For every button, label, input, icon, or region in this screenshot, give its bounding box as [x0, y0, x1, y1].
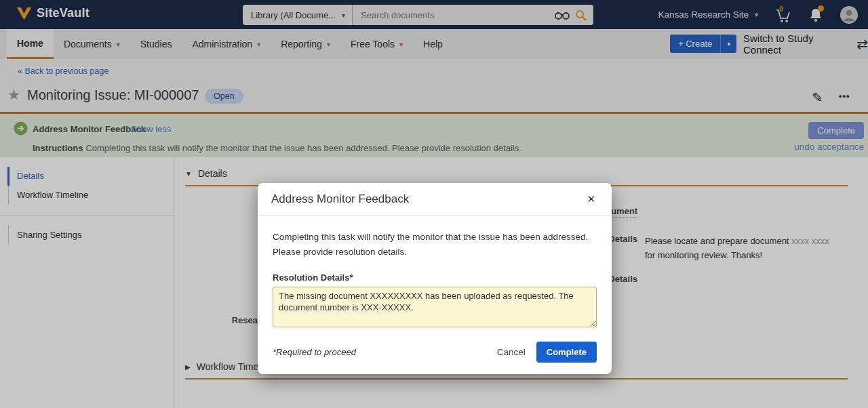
address-monitor-feedback-dialog: Address Monitor Feedback ✕ Completing th… — [258, 183, 612, 374]
modal-description: Completing this task will notify the mon… — [273, 230, 597, 260]
modal-title: Address Monitor Feedback — [271, 192, 409, 206]
required-note: *Required to proceed — [273, 347, 356, 357]
modal-header: Address Monitor Feedback ✕ — [258, 183, 612, 216]
resolution-details-textarea[interactable]: The missing document XXXXXXXXX has been … — [273, 287, 597, 327]
modal-footer: *Required to proceed Cancel Complete — [258, 342, 612, 374]
close-icon[interactable]: ✕ — [584, 192, 598, 207]
modal-complete-button[interactable]: Complete — [536, 342, 597, 363]
cancel-button[interactable]: Cancel — [486, 343, 536, 361]
modal-body: Completing this task will notify the mon… — [258, 216, 612, 330]
resolution-details-label: Resolution Details* — [273, 272, 597, 283]
